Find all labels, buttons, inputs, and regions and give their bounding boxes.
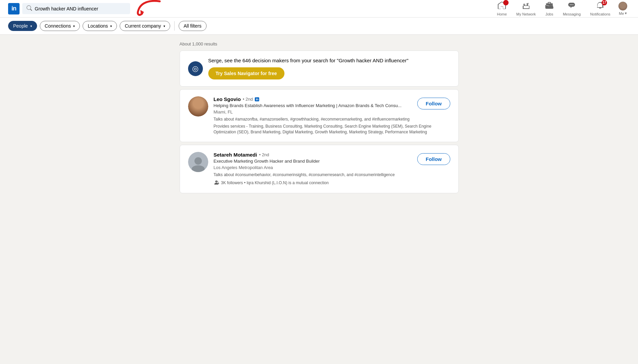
home-label: Home: [497, 12, 507, 16]
people-filter-button[interactable]: People ▾: [8, 21, 37, 31]
me-chevron-icon: ▾: [625, 11, 627, 15]
connections-filter-button[interactable]: Connections ▾: [40, 21, 80, 31]
person-avatar-leo: [188, 96, 208, 117]
try-sales-navigator-button[interactable]: Try Sales Navigator for free: [208, 67, 284, 79]
locations-filter-button[interactable]: Locations ▾: [83, 21, 117, 31]
main-content: About 1,000 results ◎ Serge, see the 646…: [174, 41, 464, 193]
person-card-leo: Leo Sgovio • 2nd in Helping Brands Estab…: [180, 89, 459, 142]
search-bar: [22, 3, 130, 14]
me-label: Me: [619, 11, 624, 15]
person-name-row-leo: Leo Sgovio • 2nd in: [214, 96, 450, 102]
person-name-leo[interactable]: Leo Sgovio: [214, 96, 241, 102]
jobs-icon: [545, 1, 553, 11]
notifications-badge: 17: [602, 0, 607, 5]
nav-me[interactable]: Me ▾: [616, 0, 630, 18]
follow-button-leo[interactable]: Follow: [417, 98, 450, 109]
nav-home[interactable]: Home: [493, 0, 511, 18]
filter-bar: People ▾ Connections ▾ Locations ▾ Curre…: [0, 18, 638, 35]
messaging-label: Messaging: [563, 12, 581, 16]
connection-degree-setareh: • 2nd: [259, 152, 269, 157]
jobs-label: Jobs: [545, 12, 553, 16]
follow-button-setareh[interactable]: Follow: [417, 153, 450, 165]
person-info-setareh: Setareh Motamedi • 2nd Executive Marketi…: [214, 152, 450, 186]
person-services-leo: Provides services - Training, Business C…: [214, 124, 450, 135]
messaging-icon: [568, 1, 576, 11]
person-headline-setareh: Executive Marketing Growth Hacker and Br…: [214, 158, 450, 164]
search-input[interactable]: [35, 6, 126, 11]
current-company-chevron-icon: ▾: [163, 24, 165, 28]
linkedin-open-badge-leo: in: [255, 97, 259, 101]
filter-separator: [174, 21, 175, 31]
header: in Home: [0, 0, 638, 18]
connections-chevron-icon: ▾: [73, 24, 75, 28]
notifications-icon: 17: [596, 1, 604, 11]
red-arrow-annotation: [135, 0, 162, 20]
my-network-icon: [522, 1, 530, 11]
nav-notifications[interactable]: 17 Notifications: [586, 0, 614, 18]
nav-my-network[interactable]: My Network: [512, 0, 540, 18]
people-chevron-icon: ▾: [30, 24, 32, 28]
locations-chevron-icon: ▾: [110, 24, 112, 28]
person-name-setareh[interactable]: Setareh Motamedi: [214, 152, 257, 158]
person-location-setareh: Los Angeles Metropolitan Area: [214, 165, 450, 170]
followers-icon: [214, 180, 219, 186]
person-talks-leo: Talks about #amazonfba, #amazonsellers, …: [214, 117, 450, 122]
all-filters-button[interactable]: All filters: [179, 21, 207, 31]
home-badge: [503, 0, 509, 5]
sales-nav-title: Serge, see the 646 decision makers from …: [208, 58, 450, 63]
search-icon: [27, 5, 32, 12]
person-talks-setareh: Talks about #consumerbehavior, #consumer…: [214, 172, 450, 178]
sales-nav-text: Serge, see the 646 decision makers from …: [208, 58, 450, 79]
my-network-label: My Network: [516, 12, 536, 16]
person-avatar-setareh: [188, 152, 208, 172]
linkedin-logo[interactable]: in: [8, 3, 20, 14]
notifications-label: Notifications: [590, 12, 610, 16]
results-count: About 1,000 results: [180, 41, 459, 46]
person-followers-row-setareh: 3K followers • Iqra Khurshid (L.I.O.N) i…: [214, 180, 450, 186]
nav-items: Home My Network Jobs: [493, 0, 630, 18]
home-icon: [498, 1, 506, 11]
connection-degree-leo: • 2nd: [243, 97, 253, 102]
sales-navigator-card: ◎ Serge, see the 646 decision makers fro…: [180, 51, 459, 87]
current-company-filter-button[interactable]: Current company ▾: [120, 21, 170, 31]
avatar: [618, 2, 627, 10]
person-followers-text: 3K followers • Iqra Khurshid (L.I.O.N) i…: [221, 180, 329, 185]
person-info-leo: Leo Sgovio • 2nd in Helping Brands Estab…: [214, 96, 450, 135]
nav-messaging[interactable]: Messaging: [559, 0, 585, 18]
nav-jobs[interactable]: Jobs: [541, 0, 557, 18]
person-card-setareh: Setareh Motamedi • 2nd Executive Marketi…: [180, 145, 459, 193]
person-headline-leo: Helping Brands Establish Awareness with …: [214, 103, 450, 109]
person-name-row-setareh: Setareh Motamedi • 2nd: [214, 152, 450, 158]
person-location-leo: Miami, FL: [214, 109, 450, 114]
compass-icon: ◎: [188, 61, 203, 76]
